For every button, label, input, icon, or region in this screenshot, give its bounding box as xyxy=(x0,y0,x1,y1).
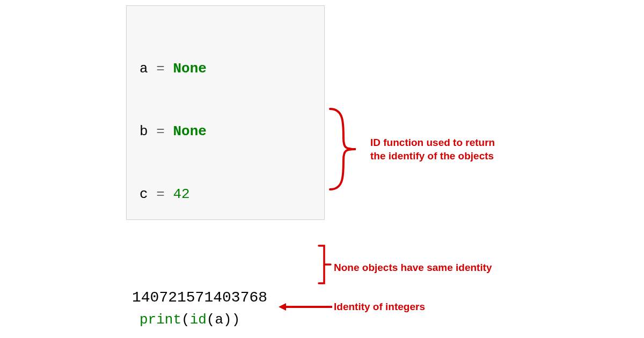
var-a: a xyxy=(140,61,148,77)
code-line-b: b = None xyxy=(140,121,311,142)
int-literal: 42 xyxy=(173,186,189,202)
var-c: c xyxy=(140,186,148,202)
none-keyword: None xyxy=(173,123,206,139)
eq-op: = xyxy=(148,123,173,139)
annotation-none-identity: None objects have same identity xyxy=(334,261,516,275)
eq-op: = xyxy=(148,61,173,77)
eq-op: = xyxy=(148,186,173,202)
bracket-icon xyxy=(317,244,333,285)
annotation-int-identity: Identity of integers xyxy=(334,300,495,314)
output-line-1: 140721571403768 xyxy=(132,286,267,309)
code-line-a: a = None xyxy=(140,58,311,79)
arrow-left-icon xyxy=(279,302,332,312)
none-keyword: None xyxy=(173,61,206,77)
svg-marker-1 xyxy=(279,303,286,311)
output-block: 140721571403768 140721571403768 29008302… xyxy=(132,241,267,338)
annotation-id-function: ID function used to return the identify … xyxy=(370,136,510,163)
annotation-line: ID function used to return xyxy=(370,137,495,148)
annotation-line: the identify of the objects xyxy=(370,150,494,161)
var-b: b xyxy=(140,123,148,139)
code-block: a = None b = None c = 42 print(id(a)) pr… xyxy=(126,5,325,220)
code-line-c: c = 42 xyxy=(140,184,311,205)
curly-brace-icon xyxy=(319,106,362,192)
